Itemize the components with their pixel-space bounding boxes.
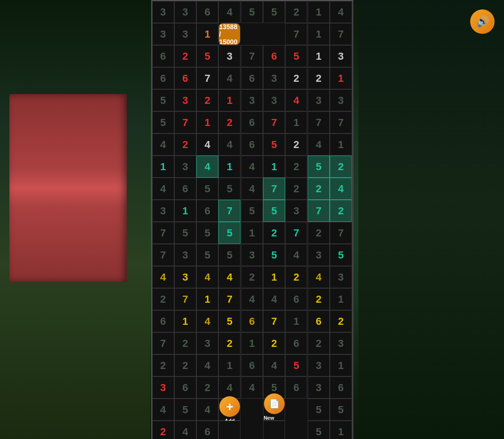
grid-cell-r13-c8[interactable]: 1: [330, 288, 352, 310]
grid-cell-r10-c6[interactable]: 7: [285, 222, 307, 244]
grid-cell-r1-c2[interactable]: 1: [196, 23, 218, 45]
grid-cell-r7-c1[interactable]: 3: [174, 156, 196, 178]
grid-cell-r5-c6[interactable]: 1: [285, 111, 307, 133]
grid-cell-r10-c8[interactable]: 7: [330, 222, 352, 244]
grid-cell-r8-c1[interactable]: 6: [174, 178, 196, 200]
grid-cell-r10-c3[interactable]: 5: [218, 222, 240, 244]
grid-cell-r0-c4[interactable]: 5: [241, 1, 263, 23]
grid-cell-r19-c8[interactable]: 1: [330, 421, 352, 439]
grid-cell-r2-c6[interactable]: 5: [285, 45, 307, 67]
grid-cell-r15-c7[interactable]: 2: [308, 332, 330, 354]
grid-cell-r11-c4[interactable]: 3: [241, 244, 263, 266]
grid-cell-r7-c5[interactable]: 1: [263, 156, 285, 178]
grid-cell-r13-c7[interactable]: 2: [308, 288, 330, 310]
grid-cell-r9-c2[interactable]: 6: [196, 200, 218, 222]
grid-cell-r9-c0[interactable]: 3: [152, 200, 174, 222]
grid-cell-r3-c8[interactable]: 1: [330, 67, 352, 89]
grid-cell-r9-c7[interactable]: 7: [308, 200, 330, 222]
grid-cell-r6-c4[interactable]: 6: [241, 133, 263, 156]
grid-cell-r1-c3[interactable]: 13588 / 15000: [218, 23, 240, 45]
grid-cell-r7-c4[interactable]: 4: [241, 156, 263, 178]
grid-cell-r14-c7[interactable]: 6: [308, 310, 330, 332]
grid-cell-r4-c5[interactable]: 3: [263, 89, 285, 111]
grid-cell-r3-c5[interactable]: 3: [263, 67, 285, 89]
grid-cell-r13-c5[interactable]: 4: [263, 288, 285, 310]
grid-cell-r14-c3[interactable]: 5: [218, 310, 240, 332]
grid-cell-r3-c7[interactable]: 2: [308, 67, 330, 89]
grid-cell-r17-c6[interactable]: 6: [285, 376, 307, 399]
grid-cell-r7-c7[interactable]: 5: [308, 156, 330, 178]
grid-cell-r14-c4[interactable]: 6: [241, 310, 263, 332]
grid-cell-r2-c0[interactable]: 6: [152, 45, 174, 67]
grid-cell-r12-c1[interactable]: 3: [174, 266, 196, 288]
grid-cell-r15-c5[interactable]: 2: [263, 332, 285, 354]
grid-cell-r12-c2[interactable]: 4: [196, 266, 218, 288]
grid-cell-r7-c6[interactable]: 2: [285, 156, 307, 178]
grid-cell-r17-c8[interactable]: 6: [330, 376, 352, 399]
grid-cell-r14-c5[interactable]: 7: [263, 310, 285, 332]
grid-cell-r9-c3[interactable]: 7: [218, 200, 240, 222]
grid-cell-r1-c6[interactable]: 7: [285, 23, 307, 45]
grid-cell-r17-c4[interactable]: 4: [241, 376, 263, 399]
grid-cell-r2-c1[interactable]: 2: [174, 45, 196, 67]
grid-cell-r0-c6[interactable]: 2: [285, 1, 307, 23]
grid-cell-r6-c3[interactable]: 4: [218, 133, 240, 156]
grid-cell-r11-c0[interactable]: 7: [152, 244, 174, 266]
grid-cell-r15-c0[interactable]: 7: [152, 332, 174, 354]
grid-cell-r4-c4[interactable]: 3: [241, 89, 263, 111]
grid-cell-r10-c1[interactable]: 5: [174, 222, 196, 244]
grid-cell-r18-c2[interactable]: 4: [196, 399, 218, 421]
grid-cell-r11-c7[interactable]: 3: [308, 244, 330, 266]
grid-cell-r8-c7[interactable]: 2: [308, 178, 330, 200]
grid-cell-r2-c4[interactable]: 7: [241, 45, 263, 67]
grid-cell-r13-c2[interactable]: 1: [196, 288, 218, 310]
grid-cell-r7-c8[interactable]: 2: [330, 156, 352, 178]
grid-cell-r14-c0[interactable]: 6: [152, 310, 174, 332]
grid-cell-r8-c0[interactable]: 4: [152, 178, 174, 200]
grid-cell-r17-c7[interactable]: 3: [308, 376, 330, 399]
grid-cell-r10-c5[interactable]: 2: [263, 222, 285, 244]
grid-cell-r0-c1[interactable]: 3: [174, 1, 196, 23]
grid-cell-r4-c7[interactable]: 3: [308, 89, 330, 111]
grid-cell-r9-c4[interactable]: 5: [241, 200, 263, 222]
grid-cell-r18-c0[interactable]: 4: [152, 399, 174, 421]
grid-cell-r10-c0[interactable]: 7: [152, 222, 174, 244]
grid-cell-r18-c1[interactable]: 5: [174, 399, 196, 421]
grid-cell-r9-c5[interactable]: 5: [263, 200, 285, 222]
grid-cell-r5-c0[interactable]: 5: [152, 111, 174, 133]
grid-cell-r6-c6[interactable]: 2: [285, 133, 307, 156]
grid-cell-r11-c8[interactable]: 5: [330, 244, 352, 266]
grid-cell-r16-c4[interactable]: 6: [241, 354, 263, 376]
grid-cell-r5-c1[interactable]: 7: [174, 111, 196, 133]
grid-cell-r15-c8[interactable]: 3: [330, 332, 352, 354]
grid-cell-r17-c3[interactable]: 4: [218, 376, 240, 399]
grid-cell-r5-c2[interactable]: 1: [196, 111, 218, 133]
grid-cell-r12-c8[interactable]: 3: [330, 266, 352, 288]
grid-cell-r8-c8[interactable]: 4: [330, 178, 352, 200]
grid-cell-r18-c7[interactable]: 5: [308, 399, 330, 421]
sound-button[interactable]: 🔊: [470, 9, 495, 34]
grid-cell-r13-c6[interactable]: 6: [285, 288, 307, 310]
grid-cell-r12-c6[interactable]: 2: [285, 266, 307, 288]
grid-cell-r11-c3[interactable]: 5: [218, 244, 240, 266]
grid-cell-r19-c5[interactable]: [263, 421, 285, 439]
grid-cell-r12-c4[interactable]: 2: [241, 266, 263, 288]
grid-cell-r9-c8[interactable]: 2: [330, 200, 352, 222]
grid-cell-r8-c5[interactable]: 7: [263, 178, 285, 200]
grid-cell-r3-c6[interactable]: 2: [285, 67, 307, 89]
grid-cell-r0-c7[interactable]: 1: [308, 1, 330, 23]
grid-cell-r10-c7[interactable]: 2: [308, 222, 330, 244]
grid-cell-r16-c7[interactable]: 3: [308, 354, 330, 376]
grid-cell-r15-c3[interactable]: 2: [218, 332, 240, 354]
grid-cell-r4-c1[interactable]: 3: [174, 89, 196, 111]
grid-cell-r11-c2[interactable]: 5: [196, 244, 218, 266]
grid-cell-r12-c7[interactable]: 4: [308, 266, 330, 288]
grid-cell-r13-c0[interactable]: 2: [152, 288, 174, 310]
grid-cell-r6-c1[interactable]: 2: [174, 133, 196, 156]
grid-cell-r3-c2[interactable]: 7: [196, 67, 218, 89]
grid-cell-r18-c8[interactable]: 5: [330, 399, 352, 421]
grid-cell-r12-c5[interactable]: 1: [263, 266, 285, 288]
grid-cell-r17-c1[interactable]: 6: [174, 376, 196, 399]
grid-cell-r4-c0[interactable]: 5: [152, 89, 174, 111]
grid-cell-r14-c6[interactable]: 1: [285, 310, 307, 332]
